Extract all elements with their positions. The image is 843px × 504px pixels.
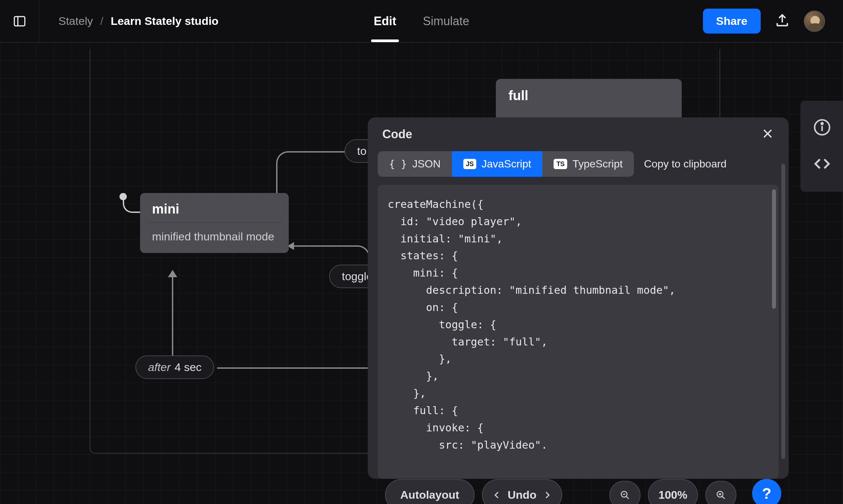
format-tabs: { } JSON JS JavaScript TS TypeScript bbox=[378, 151, 634, 177]
zoom-in-button[interactable] bbox=[705, 481, 737, 504]
undo-label: Undo bbox=[508, 488, 537, 501]
panel-left-icon bbox=[13, 14, 27, 28]
chevron-left-icon bbox=[492, 490, 502, 500]
help-icon: ? bbox=[762, 484, 771, 502]
state-title: mini bbox=[140, 193, 289, 222]
svg-line-8 bbox=[626, 496, 629, 499]
code-body[interactable]: createMachine({ id: "video player", init… bbox=[378, 185, 779, 479]
tab-label: JSON bbox=[412, 158, 441, 170]
zoom-level[interactable]: 100% bbox=[648, 479, 698, 504]
js-badge-icon: JS bbox=[463, 159, 476, 169]
tab-json[interactable]: { } JSON bbox=[378, 151, 452, 177]
code-panel: Code { } JSON JS JavaScript TS TypeScrip… bbox=[368, 118, 789, 479]
info-button[interactable] bbox=[813, 119, 831, 138]
breadcrumb-separator: / bbox=[100, 15, 103, 28]
after-duration: 4 sec bbox=[175, 361, 202, 374]
inner-scrollbar[interactable] bbox=[772, 189, 776, 309]
svg-rect-0 bbox=[14, 17, 25, 26]
topbar: Stately / Learn Stately studio Edit Simu… bbox=[0, 0, 843, 42]
chevron-right-icon bbox=[542, 490, 552, 500]
upload-icon bbox=[775, 13, 790, 28]
code-panel-title: Code bbox=[382, 127, 412, 141]
zoom-in-icon bbox=[716, 490, 726, 500]
transition-edge[interactable] bbox=[276, 151, 291, 198]
undo-redo-group[interactable]: Undo bbox=[482, 479, 563, 504]
svg-point-4 bbox=[821, 123, 823, 124]
state-description: minified thumbnail mode bbox=[140, 223, 289, 253]
close-icon bbox=[761, 127, 774, 140]
info-icon bbox=[813, 119, 831, 136]
zoom-value: 100% bbox=[658, 488, 687, 501]
zoom-out-icon bbox=[620, 490, 630, 500]
state-node-full[interactable]: full bbox=[496, 79, 682, 119]
braces-icon: { } bbox=[389, 158, 407, 170]
code-content[interactable]: createMachine({ id: "video player", init… bbox=[388, 196, 769, 454]
state-node-mini[interactable]: mini minified thumbnail mode bbox=[140, 193, 289, 253]
panel-scrollbar[interactable] bbox=[781, 164, 785, 459]
export-button[interactable] bbox=[775, 13, 790, 30]
transition-edge[interactable] bbox=[289, 245, 358, 247]
code-icon bbox=[813, 155, 831, 173]
share-button[interactable]: Share bbox=[703, 8, 761, 34]
mode-tabs: Edit Simulate bbox=[374, 0, 469, 42]
autolayout-button[interactable]: Autolayout bbox=[385, 479, 475, 504]
close-button[interactable] bbox=[761, 127, 774, 141]
avatar[interactable] bbox=[804, 11, 825, 32]
sidebar-toggle-button[interactable] bbox=[0, 0, 39, 42]
svg-line-11 bbox=[722, 496, 725, 499]
tab-simulate[interactable]: Simulate bbox=[423, 0, 469, 42]
tab-javascript[interactable]: JS JavaScript bbox=[452, 151, 543, 177]
tab-label: TypeScript bbox=[572, 158, 623, 170]
right-rail bbox=[801, 101, 843, 192]
tab-typescript[interactable]: TS TypeScript bbox=[542, 151, 634, 177]
transition-edge[interactable] bbox=[217, 367, 368, 369]
ts-badge-icon: TS bbox=[554, 159, 567, 169]
breadcrumb-project[interactable]: Learn Stately studio bbox=[110, 15, 218, 28]
arrowhead-icon bbox=[168, 270, 177, 277]
tab-edit[interactable]: Edit bbox=[374, 0, 396, 42]
zoom-out-button[interactable] bbox=[609, 481, 640, 504]
transition-edge[interactable] bbox=[172, 271, 173, 356]
tab-label: JavaScript bbox=[482, 158, 531, 170]
state-title: full bbox=[509, 88, 528, 103]
copy-to-clipboard-button[interactable]: Copy to clipboard bbox=[644, 158, 726, 170]
breadcrumb: Stately / Learn Stately studio bbox=[39, 15, 218, 28]
transition-label-after[interactable]: after 4 sec bbox=[135, 356, 214, 379]
code-panel-toggle[interactable] bbox=[813, 155, 831, 174]
breadcrumb-org[interactable]: Stately bbox=[58, 15, 93, 28]
after-keyword: after bbox=[148, 361, 171, 374]
button-label: Autolayout bbox=[400, 488, 459, 501]
